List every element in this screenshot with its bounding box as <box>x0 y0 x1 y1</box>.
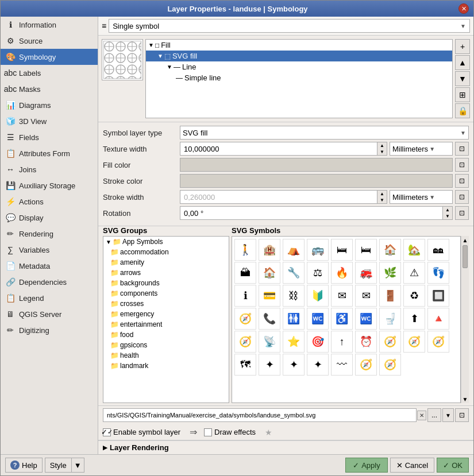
symbol-cell-27[interactable]: 🔲 <box>427 285 449 307</box>
symbol-cell-46[interactable]: 🗺 <box>234 354 256 376</box>
add-layer-button[interactable]: + <box>455 39 470 54</box>
sidebar-item-legend[interactable]: 📋Legend <box>1 290 98 306</box>
sidebar-item-rendering[interactable]: ✏Rendering <box>1 226 98 242</box>
apply-button[interactable]: ✓ Apply <box>345 458 388 473</box>
symbol-cell-42[interactable]: ⏰ <box>355 331 377 353</box>
ok-button[interactable]: ✓ OK <box>437 458 469 473</box>
svg-group-amenity[interactable]: 📁 amenity <box>103 257 229 268</box>
texture-width-up[interactable]: ▲ <box>377 142 387 149</box>
rotation-input[interactable]: 0,00 ° ▲ ▼ <box>180 206 453 220</box>
symbol-cell-1[interactable]: 🚶 <box>234 239 256 261</box>
symbol-cell-37[interactable]: 🧭 <box>234 331 256 353</box>
scroll-thumb[interactable] <box>463 245 468 268</box>
enable-layer-checkbox[interactable]: ✓ <box>103 428 111 436</box>
svg-group-backgrounds[interactable]: 📁 backgrounds <box>103 278 229 288</box>
style-button[interactable]: Style <box>45 458 72 473</box>
stroke-width-unit-combo[interactable]: Millimeters ▼ <box>390 190 453 204</box>
browse-button[interactable]: ... <box>427 408 441 422</box>
sidebar-item-masks[interactable]: abcMasks <box>1 81 98 97</box>
symbols-scrollbar[interactable]: ▲ ▼ <box>461 236 469 403</box>
texture-width-down[interactable]: ▼ <box>377 149 387 155</box>
symbol-cell-26[interactable]: ♻ <box>403 285 425 307</box>
symbol-cell-2[interactable]: 🏨 <box>259 239 280 261</box>
symbol-cell-4[interactable]: 🚌 <box>307 239 329 261</box>
symbol-cell-40[interactable]: 🎯 <box>307 331 329 353</box>
sidebar-item-digitizing[interactable]: ✏Digitizing <box>1 322 98 338</box>
sidebar-item-display[interactable]: 💬Display <box>1 210 98 226</box>
symbol-cell-22[interactable]: 🔰 <box>307 285 329 307</box>
scroll-up-button[interactable]: ▲ <box>461 236 469 244</box>
sidebar-item-joins[interactable]: ↔Joins <box>1 161 98 177</box>
texture-width-input[interactable]: 10,000000 ▲ ▼ <box>180 142 387 156</box>
close-button[interactable]: ✕ <box>458 3 469 14</box>
symbol-cell-24[interactable]: ✉ <box>355 285 377 307</box>
symbol-cell-28[interactable]: 🧭 <box>234 308 256 330</box>
enable-layer-icon[interactable]: ⇒ <box>190 427 197 438</box>
symbol-cell-44[interactable]: 🧭 <box>403 331 425 353</box>
clear-path-button[interactable]: ✕ <box>417 411 426 420</box>
svg-group-food[interactable]: 📁 food <box>103 330 229 340</box>
lock-layer-button[interactable]: 🔒 <box>455 103 470 118</box>
file-path-input[interactable]: nts/GIS/QGIS/TrainingManual/exercise_dat… <box>103 408 417 422</box>
sidebar-item-fields[interactable]: ☰Fields <box>1 129 98 145</box>
svg-group-landmark[interactable]: 📁 landmark <box>103 361 229 371</box>
sidebar-item-actions[interactable]: ⚡Actions <box>1 194 98 210</box>
symbol-cell-43[interactable]: 🧭 <box>379 331 401 353</box>
symbol-cell-8[interactable]: 🏡 <box>403 239 425 261</box>
symbol-cell-21[interactable]: ⛓ <box>283 285 305 307</box>
texture-width-unit-combo[interactable]: Millimeters ▼ <box>390 142 453 156</box>
stroke-width-input[interactable]: 0,260000 ▲ ▼ <box>180 190 387 204</box>
sidebar-item-source[interactable]: ⚙Source <box>1 33 98 49</box>
stroke-color-copy-button[interactable]: ⊡ <box>455 174 469 188</box>
symbol-cell-16[interactable]: 🌿 <box>379 262 401 284</box>
sidebar-item-auxiliary-storage[interactable]: 💾Auxiliary Storage <box>1 177 98 194</box>
path-arrow-button[interactable]: ▼ <box>442 408 454 422</box>
sidebar-item-information[interactable]: ℹInformation <box>1 17 98 33</box>
svg-group-entertainment[interactable]: 📁 entertainment <box>103 319 229 330</box>
symbol-cell-48[interactable]: ✦ <box>283 354 305 376</box>
symbol-cell-15[interactable]: 🚒 <box>355 262 377 284</box>
symbol-cell-23[interactable]: ✉ <box>331 285 353 307</box>
symbol-cell-30[interactable]: 🚻 <box>283 308 305 330</box>
symbol-type-combo[interactable]: Single symbol ▼ <box>109 19 470 33</box>
symbol-cell-38[interactable]: 📡 <box>259 331 280 353</box>
layer-rendering-header[interactable]: ▶ Layer Rendering <box>103 443 469 452</box>
symbol-cell-51[interactable]: 🧭 <box>355 354 377 376</box>
symbol-cell-7[interactable]: 🏠 <box>379 239 401 261</box>
cancel-button[interactable]: ✕ Cancel <box>390 458 434 473</box>
svg-group-app-symbols[interactable]: ▼ 📁 App Symbols <box>103 237 229 247</box>
symbol-cell-41[interactable]: ↑ <box>331 331 353 353</box>
svg-group-health[interactable]: 📁 health <box>103 350 229 361</box>
svg-group-emergency[interactable]: 📁 emergency <box>103 309 229 319</box>
symbol-cell-32[interactable]: ♿ <box>331 308 353 330</box>
rotation-up[interactable]: ▲ <box>443 207 452 213</box>
symbol-cell-36[interactable]: 🔺 <box>427 308 449 330</box>
symbol-cell-6[interactable]: 🛏 <box>355 239 377 261</box>
symbol-cell-35[interactable]: ⬆ <box>403 308 425 330</box>
symbol-cell-50[interactable]: 〰 <box>331 354 353 376</box>
stroke-color-swatch[interactable] <box>180 174 453 188</box>
symbol-cell-3[interactable]: ⛺ <box>283 239 305 261</box>
stroke-width-copy-button[interactable]: ⊡ <box>455 190 469 204</box>
move-up-button[interactable]: ▲ <box>455 55 470 70</box>
texture-width-copy-button[interactable]: ⊡ <box>455 142 469 156</box>
tree-item-fill[interactable]: ▼ □ Fill <box>146 40 452 51</box>
duplicate-layer-button[interactable]: ⊞ <box>455 87 470 102</box>
symbol-cell-19[interactable]: ℹ <box>234 285 256 307</box>
sidebar-item-attributes-form[interactable]: 📋Attributes Form <box>1 145 98 161</box>
symbol-cell-29[interactable]: 📞 <box>259 308 280 330</box>
tree-item-line[interactable]: ▼ — Line <box>146 61 452 72</box>
symbol-cell-31[interactable]: 🚾 <box>307 308 329 330</box>
svg-group-accommodation[interactable]: 📁 accommodation <box>103 247 229 257</box>
scroll-down-button[interactable]: ▼ <box>461 395 469 403</box>
rotation-copy-button[interactable]: ⊡ <box>455 206 469 220</box>
symbol-cell-5[interactable]: 🛏 <box>331 239 353 261</box>
symbol-cell-17[interactable]: ⚠ <box>403 262 425 284</box>
sidebar-item-labels[interactable]: abcLabels <box>1 65 98 81</box>
symbol-cell-18[interactable]: 👣 <box>427 262 449 284</box>
symbol-cell-9[interactable]: 🏘 <box>427 239 449 261</box>
sidebar-item-variables[interactable]: ∑Variables <box>1 242 98 258</box>
fill-color-copy-button[interactable]: ⊡ <box>455 158 469 172</box>
draw-effects-checkbox-label[interactable]: Draw effects <box>204 428 256 436</box>
svg-group-crosses[interactable]: 📁 crosses <box>103 299 229 309</box>
